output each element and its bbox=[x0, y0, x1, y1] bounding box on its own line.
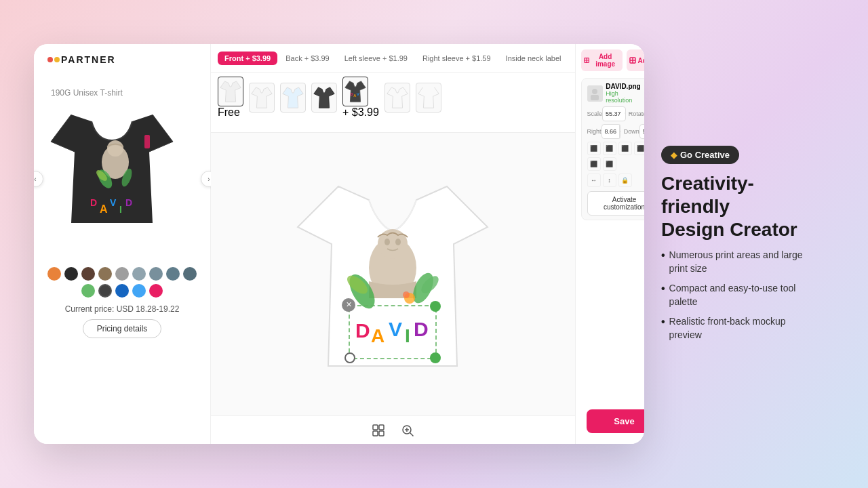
feature-text-3: Realistic front-back mockup preview bbox=[669, 315, 817, 342]
tabs-bar: Front + $3.99 Back + $3.99 Left sleeve +… bbox=[211, 44, 575, 73]
swatch-gray[interactable] bbox=[115, 267, 129, 281]
svg-rect-10 bbox=[144, 135, 150, 148]
view-thumb-6[interactable] bbox=[384, 83, 410, 113]
align-center-h[interactable]: ⬛ bbox=[603, 142, 616, 155]
main-card: PARTNER 190G Unisex T-shirt ‹ bbox=[34, 44, 644, 444]
down-input-group: 50.13 ▲ ▼ bbox=[639, 124, 644, 139]
design-canvas: ✕ D A V I bbox=[211, 133, 575, 415]
align-right[interactable]: ⬛ bbox=[618, 142, 632, 155]
info-panel: ◆ Go Creative Creativity-friendly Design… bbox=[644, 132, 834, 355]
view-thumb-5[interactable]: D A V bbox=[342, 77, 368, 106]
svg-text:A: A bbox=[353, 94, 356, 98]
svg-rect-31 bbox=[373, 431, 378, 436]
view-thumb-4[interactable] bbox=[311, 83, 337, 113]
swatch-slate[interactable] bbox=[149, 267, 163, 281]
logo-text: PARTNER bbox=[61, 54, 116, 65]
tab-front[interactable]: Front + $3.99 bbox=[218, 52, 277, 65]
add-text-button[interactable]: Add text bbox=[627, 49, 644, 71]
position-control-row: Right 8.66 ▲ ▼ Down 50.13 ▲ ▼ bbox=[587, 124, 644, 139]
tab-neck-label[interactable]: Inside neck label bbox=[499, 52, 568, 65]
pricing-details-button[interactable]: Pricing details bbox=[83, 319, 162, 338]
view-thumb-3[interactable] bbox=[280, 83, 306, 113]
align-left[interactable]: ⬛ bbox=[587, 142, 601, 155]
scale-label: Scale bbox=[587, 110, 603, 117]
tshirt-preview: ‹ bbox=[44, 101, 200, 257]
swatch-dark-blue[interactable] bbox=[115, 284, 129, 298]
info-title: Creativity-friendly Design Creator bbox=[661, 172, 817, 241]
center-panel: Front + $3.99 Back + $3.99 Left sleeve +… bbox=[211, 44, 575, 444]
save-button[interactable]: Save bbox=[587, 409, 644, 433]
layer-header: DAVID.png High resolution ⧉ 🗑 bbox=[587, 83, 644, 104]
grid-icon[interactable] bbox=[369, 421, 388, 440]
swatch-green[interactable] bbox=[81, 284, 95, 298]
svg-point-43 bbox=[592, 89, 597, 94]
lock[interactable]: 🔒 bbox=[618, 174, 632, 187]
view-thumb-back[interactable] bbox=[249, 83, 275, 113]
scale-value: 55.37 bbox=[603, 109, 624, 119]
svg-text:I: I bbox=[119, 204, 122, 215]
layer-quality-badge: High resolution bbox=[606, 90, 644, 104]
svg-point-1 bbox=[107, 140, 123, 157]
align-center-v[interactable]: ⬛ bbox=[587, 157, 601, 171]
svg-text:D: D bbox=[414, 318, 429, 340]
bottom-tools bbox=[211, 415, 575, 444]
svg-text:A: A bbox=[100, 203, 108, 215]
swatch-selected-dark[interactable] bbox=[98, 284, 112, 298]
align-top[interactable]: ⬛ bbox=[634, 142, 644, 155]
scale-input-group: 55.37 % ▲ ▼ bbox=[602, 106, 626, 121]
tab-left-sleeve[interactable]: Left sleeve + $1.99 bbox=[338, 52, 414, 65]
layer-name-row: DAVID.png High resolution bbox=[587, 83, 644, 104]
swatch-brown[interactable] bbox=[81, 267, 95, 281]
svg-rect-32 bbox=[379, 431, 384, 436]
logo-icon bbox=[47, 57, 60, 62]
logo-dot-red bbox=[47, 57, 53, 62]
align-bottom[interactable]: ⬛ bbox=[603, 157, 616, 171]
badge-arrow-icon: ◆ bbox=[671, 150, 677, 160]
flip-h[interactable]: ↔ bbox=[587, 174, 601, 187]
feature-item-2: • Compact and easy-to-use tool palette bbox=[661, 282, 817, 308]
view-thumb-front[interactable] bbox=[218, 77, 243, 106]
right-up[interactable]: ▲ bbox=[620, 125, 621, 131]
scale-control-row: Scale 55.37 % ▲ ▼ Rotate 0 ° bbox=[587, 106, 644, 121]
layer-name: DAVID.png bbox=[606, 83, 644, 90]
feature-text-2: Compact and easy-to-use tool palette bbox=[669, 282, 817, 308]
swatch-darker-slate[interactable] bbox=[183, 267, 197, 281]
swatch-black[interactable] bbox=[64, 267, 78, 281]
feature-list: • Numerous print areas and large print s… bbox=[661, 249, 817, 342]
swatch-pink[interactable] bbox=[149, 284, 163, 298]
tab-back[interactable]: Back + $3.99 bbox=[279, 52, 336, 65]
align-tools: ⬛ ⬛ ⬛ ⬛ ⬛ ⬛ bbox=[587, 142, 644, 171]
layer-item: DAVID.png High resolution ⧉ 🗑 Scale 55.3… bbox=[581, 78, 644, 220]
activate-customization-button[interactable]: Activate customization bbox=[587, 191, 644, 216]
tshirt-dark-svg: D A V I D bbox=[44, 101, 180, 243]
flip-v[interactable]: ↕ bbox=[603, 174, 616, 187]
right-down[interactable]: ▼ bbox=[620, 131, 621, 138]
swatch-dark-slate[interactable] bbox=[166, 267, 180, 281]
svg-rect-29 bbox=[373, 425, 378, 430]
zoom-icon[interactable] bbox=[398, 421, 417, 440]
left-panel: PARTNER 190G Unisex T-shirt ‹ bbox=[34, 44, 211, 444]
layer-info: DAVID.png High resolution bbox=[606, 83, 644, 104]
feature-bullet-1: • bbox=[661, 249, 665, 263]
tshirt-canvas-area: ✕ D A V I bbox=[291, 166, 494, 383]
svg-text:V: V bbox=[110, 197, 117, 208]
add-image-button[interactable]: Add image bbox=[581, 49, 623, 71]
scale-percent: % bbox=[624, 109, 626, 119]
svg-rect-44 bbox=[591, 95, 599, 100]
view-thumb-7[interactable] bbox=[416, 83, 441, 113]
swatch-light-blue[interactable] bbox=[132, 284, 146, 298]
view-free-label: Free bbox=[218, 106, 240, 118]
svg-point-23 bbox=[403, 291, 410, 298]
prev-arrow[interactable]: ‹ bbox=[34, 171, 43, 187]
info-title-line1: Creativity-friendly bbox=[661, 172, 817, 218]
svg-point-15 bbox=[378, 229, 408, 259]
right-input-group: 8.66 ▲ ▼ bbox=[601, 124, 621, 139]
logo-dot-yellow bbox=[54, 57, 60, 62]
right-panel: Add image Add text DAVID.png bbox=[575, 44, 644, 444]
svg-point-17 bbox=[395, 239, 401, 245]
swatch-orange[interactable] bbox=[47, 267, 61, 281]
swatch-tan[interactable] bbox=[98, 267, 112, 281]
tab-right-sleeve[interactable]: Right sleeve + $1.59 bbox=[416, 52, 498, 65]
svg-text:I: I bbox=[405, 325, 410, 346]
swatch-blue-gray[interactable] bbox=[132, 267, 146, 281]
